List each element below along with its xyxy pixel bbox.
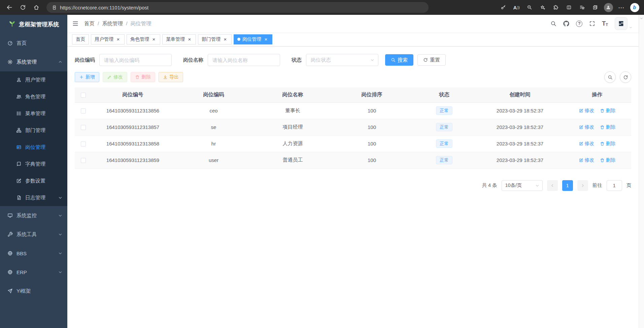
row-edit-link[interactable]: 修改 — [579, 157, 595, 163]
table-row: 1641030593112313859 user 普通员工 100 正常 202… — [75, 152, 631, 168]
row-delete-link[interactable]: 删除 — [600, 107, 616, 114]
cell-post-name: 项目经理 — [253, 119, 332, 135]
header-post-code: 岗位编码 — [174, 88, 253, 102]
breadcrumb-system[interactable]: 系统管理 — [102, 20, 123, 27]
browser-profile-avatar[interactable] — [602, 2, 614, 13]
row-edit-link[interactable]: 修改 — [579, 140, 595, 147]
search-icon[interactable] — [550, 21, 556, 27]
browser-refresh-button[interactable] — [17, 2, 29, 13]
user-avatar[interactable] — [615, 17, 633, 30]
sidebar-item-posts[interactable]: 岗位管理 — [0, 139, 67, 156]
next-page-button[interactable] — [577, 180, 588, 191]
sidebar-item-roles[interactable]: 角色管理 — [0, 88, 67, 105]
edit-button[interactable]: 修改 — [103, 72, 127, 82]
add-favorite-icon[interactable] — [537, 2, 549, 13]
read-aloud-icon[interactable]: A)) — [510, 2, 522, 13]
system-submenu: 用户管理 角色管理 菜单管理 部门管理 岗位管理 字典管理 — [0, 71, 67, 206]
split-screen-icon[interactable] — [563, 2, 575, 13]
collections-icon[interactable] — [589, 2, 601, 13]
row-checkbox[interactable] — [81, 125, 86, 130]
help-icon[interactable]: ? — [576, 21, 582, 27]
browser-home-button[interactable] — [30, 2, 42, 13]
post-code-input[interactable] — [99, 54, 172, 66]
table-row: 1641030593112313856 ceo 董事长 100 正常 2023-… — [75, 102, 631, 119]
tag-role-mgmt[interactable]: 角色管理× — [127, 34, 160, 44]
toggle-search-button[interactable] — [604, 71, 616, 83]
sidebar-item-erp[interactable]: ERP — [0, 263, 67, 282]
close-icon[interactable]: × — [223, 37, 228, 42]
sidebar-item-monitor[interactable]: 系统监控 — [0, 206, 67, 225]
close-icon[interactable]: × — [187, 37, 192, 42]
close-icon[interactable]: × — [263, 37, 269, 42]
page-size-select[interactable]: 10条/页 — [502, 180, 543, 191]
sidebar-item-yi-framework[interactable]: Yi框架 — [0, 282, 67, 300]
zoom-out-icon[interactable] — [523, 2, 536, 13]
person-icon — [604, 3, 613, 12]
sidebar-item-system[interactable]: 系统管理 — [0, 53, 67, 71]
fullscreen-icon[interactable] — [589, 21, 595, 27]
row-delete-link[interactable]: 删除 — [600, 124, 616, 130]
list-icon — [16, 111, 22, 116]
dashboard-icon — [7, 40, 13, 46]
browser-sidebar-rail — [639, 15, 644, 328]
extensions-icon[interactable] — [550, 2, 562, 13]
page-unit-label: 页 — [626, 182, 632, 189]
export-button[interactable]: 导出 — [159, 72, 183, 82]
collapse-rail-icon[interactable] — [640, 17, 643, 20]
sidebar-item-logs[interactable]: 日志管理 — [0, 189, 67, 206]
header-post-id: 岗位编号 — [92, 88, 174, 102]
search-button[interactable]: 搜索 — [385, 54, 413, 66]
sidebar-item-parameters[interactable]: 参数设置 — [0, 172, 67, 189]
chevron-up-icon — [58, 60, 63, 64]
font-size-icon[interactable]: TT — [602, 21, 608, 27]
sidebar-item-bbs[interactable]: BBS — [0, 244, 67, 263]
row-edit-link[interactable]: 修改 — [579, 107, 595, 114]
row-delete-link[interactable]: 删除 — [600, 140, 616, 147]
status-select[interactable]: 岗位状态 — [306, 54, 378, 66]
table-toolbar: 新增 修改 删除 导出 — [75, 71, 631, 83]
breadcrumb-home[interactable]: 首页 — [84, 20, 95, 27]
bing-icon[interactable]: b — [629, 2, 641, 13]
github-icon[interactable] — [563, 21, 569, 27]
browser-settings-icon[interactable]: ⋯ — [615, 2, 628, 13]
sidebar-item-tools[interactable]: 系统工具 — [0, 225, 67, 244]
tag-menu-mgmt[interactable]: 菜单管理× — [162, 34, 196, 44]
tag-home[interactable]: 首页 — [72, 34, 89, 44]
favorites-bar-icon[interactable] — [576, 2, 588, 13]
book-icon — [16, 161, 22, 167]
row-checkbox[interactable] — [81, 158, 86, 163]
table-row: 1641030593112313858 hr 人力资源 100 正常 2023-… — [75, 135, 631, 152]
select-all-checkbox[interactable] — [81, 93, 86, 98]
browser-back-button[interactable] — [3, 2, 15, 13]
prev-page-button[interactable] — [547, 180, 558, 191]
add-button[interactable]: 新增 — [75, 72, 99, 82]
sidebar-toggle-icon[interactable] — [72, 20, 79, 27]
address-bar[interactable]: https://ccnetcore.com:1101/system/post — [46, 2, 429, 13]
row-checkbox[interactable] — [81, 108, 86, 113]
row-edit-link[interactable]: 修改 — [579, 124, 595, 130]
delete-button[interactable]: 删除 — [131, 72, 155, 82]
sidebar-item-menus[interactable]: 菜单管理 — [0, 105, 67, 122]
chevron-down-icon — [58, 251, 63, 256]
tag-post-mgmt[interactable]: 岗位管理× — [234, 34, 272, 44]
cell-created-time: 2023-03-29 18:52:37 — [477, 102, 563, 119]
sidebar-item-home[interactable]: 首页 — [0, 34, 67, 53]
tag-user-mgmt[interactable]: 用户管理× — [91, 34, 125, 44]
sidebar-item-users[interactable]: 用户管理 — [0, 71, 67, 88]
header-status: 状态 — [411, 88, 477, 102]
sidebar-logo[interactable]: 意框架管理系统 — [0, 15, 67, 34]
post-name-input[interactable] — [208, 54, 280, 66]
goto-page-input[interactable] — [607, 180, 622, 191]
tag-dept-mgmt[interactable]: 部门管理× — [198, 34, 232, 44]
row-delete-link[interactable]: 删除 — [600, 157, 616, 163]
row-checkbox[interactable] — [81, 141, 86, 146]
sidebar-item-departments[interactable]: 部门管理 — [0, 122, 67, 139]
status-badge: 正常 — [436, 139, 452, 148]
close-icon[interactable]: × — [151, 37, 157, 42]
reset-button[interactable]: 重置 — [417, 54, 446, 66]
refresh-table-button[interactable] — [620, 71, 631, 83]
sidebar-item-dictionary[interactable]: 字典管理 — [0, 156, 67, 172]
close-icon[interactable]: × — [115, 37, 121, 42]
password-key-icon[interactable] — [497, 2, 509, 13]
current-page[interactable]: 1 — [562, 180, 573, 191]
